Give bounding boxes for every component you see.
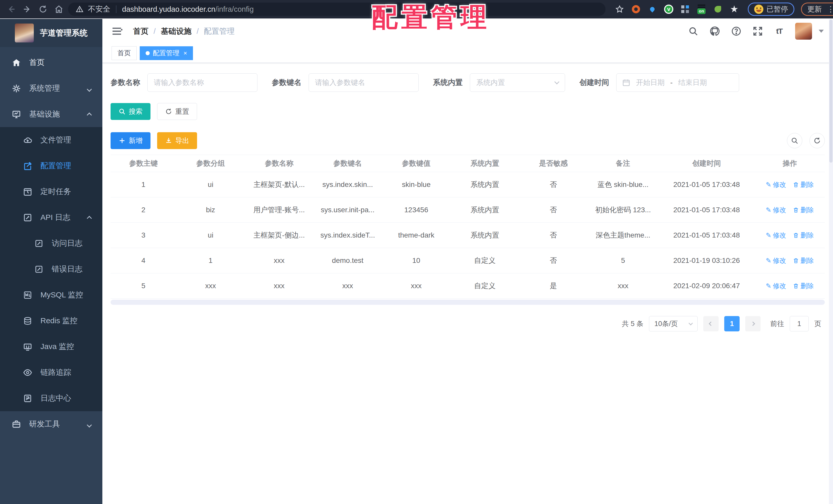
reset-button[interactable]: 重置 — [157, 103, 197, 120]
horizontal-scrollbar[interactable] — [111, 300, 825, 305]
page-size-select[interactable]: 10条/页 — [649, 316, 698, 331]
sidebar-item-home[interactable]: 首页 — [0, 50, 102, 75]
delete-link[interactable]: 删除 — [793, 180, 814, 189]
sidebar-item-config[interactable]: 配置管理 — [0, 153, 102, 179]
mysql-icon — [23, 290, 33, 300]
export-button[interactable]: 导出 — [157, 132, 197, 149]
bookmark-star-icon[interactable] — [615, 4, 624, 14]
font-size-icon[interactable]: tT — [774, 26, 785, 37]
date-end-placeholder: 结束日期 — [678, 78, 707, 87]
vertical-scrollbar[interactable] — [829, 20, 833, 504]
edit-link[interactable]: ✎修改 — [766, 256, 786, 265]
toggle-search-button[interactable] — [787, 133, 802, 148]
user-avatar[interactable] — [795, 23, 812, 40]
edit-link[interactable]: ✎修改 — [766, 180, 786, 189]
scrollbar-thumb[interactable] — [829, 20, 832, 162]
help-icon[interactable] — [731, 26, 742, 37]
extension-leaf-icon[interactable] — [713, 4, 723, 14]
action-toolbar: 新增 导出 — [111, 132, 825, 149]
date-range-picker[interactable]: 开始日期 - 结束日期 — [616, 73, 739, 92]
builtin-select[interactable]: 系统内置 — [470, 73, 565, 92]
app-logo-area[interactable]: 芋道管理系统 — [0, 19, 102, 47]
home-nav-icon[interactable] — [52, 3, 66, 16]
fullscreen-icon[interactable] — [752, 26, 763, 37]
sidebar-item-error-log[interactable]: 错误日志 — [0, 256, 102, 282]
sidebar-item-dev-tools[interactable]: 研发工具 — [0, 411, 102, 437]
prev-page-button[interactable] — [703, 316, 719, 331]
edit-icon: ✎ — [766, 231, 771, 240]
sidebar-item-log-center[interactable]: 日志中心 — [0, 385, 102, 411]
sidebar-item-redis[interactable]: Redis 监控 — [0, 308, 102, 334]
app-logo-avatar — [15, 24, 34, 43]
delete-link[interactable]: 删除 — [793, 281, 814, 291]
table-row: 1 ui 主框架页-默认... sys.index.skin... skin-b… — [111, 172, 825, 197]
filter-form: 参数名称 参数键名 系统内置 系统内置 创建时间 — [111, 73, 825, 92]
edit-icon: ✎ — [766, 257, 771, 264]
sidebar-item-trace[interactable]: 链路追踪 — [0, 359, 102, 385]
extension-puzzle-icon[interactable] — [729, 4, 739, 14]
java-monitor-icon — [23, 342, 33, 352]
sidebar-item-job[interactable]: 定时任务 — [0, 179, 102, 205]
briefcase-icon — [11, 419, 22, 429]
edit-link[interactable]: ✎修改 — [766, 231, 786, 240]
extension-donut-icon[interactable] — [631, 4, 641, 14]
sidebar-item-mysql[interactable]: MySQL 监控 — [0, 282, 102, 308]
table-row: 4 1 xxx demo.test 10 自定义 否 5 2021-01-19 … — [111, 248, 825, 273]
address-bar[interactable]: 不安全 dashboard.yudao.iocoder.cn/infra/con… — [68, 3, 605, 16]
api-log-icon — [23, 212, 33, 223]
reload-icon[interactable] — [36, 3, 50, 16]
extension-on-badge-icon[interactable]: on — [697, 4, 706, 14]
next-page-button[interactable] — [745, 316, 761, 331]
edit-link[interactable]: ✎修改 — [766, 281, 786, 291]
breadcrumb-infra[interactable]: 基础设施 — [161, 26, 191, 36]
url-text[interactable]: dashboard.yudao.iocoder.cn/infra/config — [122, 5, 254, 14]
delete-link[interactable]: 删除 — [793, 206, 814, 215]
sidebar-item-file[interactable]: 文件管理 — [0, 127, 102, 153]
edit-icon: ✎ — [766, 181, 771, 189]
browser-menu-icon[interactable]: ⋮ — [827, 7, 833, 11]
sidebar-item-api-log[interactable]: API 日志 — [0, 205, 102, 230]
page-number-1[interactable]: 1 — [724, 316, 740, 331]
trash-icon — [793, 283, 799, 289]
extension-pin-icon[interactable] — [647, 4, 657, 14]
back-icon[interactable] — [5, 3, 18, 16]
edit-icon: ✎ — [766, 206, 771, 214]
chevron-up-icon — [88, 110, 91, 119]
hamburger-icon[interactable] — [112, 26, 123, 36]
log-notebook-icon — [23, 393, 33, 404]
delete-link[interactable]: 删除 — [793, 256, 814, 265]
extension-check-icon[interactable]: v — [664, 4, 673, 14]
sidebar-item-infra[interactable]: 基础设施 — [0, 101, 102, 127]
delete-link[interactable]: 删除 — [793, 231, 814, 240]
home-icon — [11, 57, 22, 68]
paused-badge[interactable]: 已暂停 — [748, 3, 794, 16]
builtin-label: 系统内置 — [433, 77, 463, 88]
chevron-down-icon — [88, 84, 91, 93]
page-content: 参数名称 参数键名 系统内置 系统内置 创建时间 — [102, 73, 833, 331]
search-button[interactable]: 搜索 — [111, 103, 150, 120]
avatar-caret-icon[interactable] — [819, 30, 824, 33]
security-label[interactable]: 不安全 — [88, 4, 110, 14]
tab-home[interactable]: 首页 — [112, 46, 137, 60]
refresh-button[interactable] — [809, 133, 825, 148]
add-button[interactable]: 新增 — [111, 132, 150, 149]
search-icon[interactable] — [688, 26, 699, 37]
sidebar-item-java[interactable]: Java 监控 — [0, 334, 102, 359]
breadcrumb-home[interactable]: 首页 — [133, 26, 148, 36]
forward-icon[interactable] — [21, 3, 34, 16]
sidebar-item-access-log[interactable]: 访问日志 — [0, 230, 102, 256]
tab-close-icon[interactable]: × — [184, 50, 187, 57]
tab-config[interactable]: 配置管理 × — [140, 46, 193, 60]
trash-icon — [793, 257, 799, 263]
param-name-input[interactable] — [147, 73, 258, 92]
access-log-icon — [34, 238, 44, 249]
param-key-input[interactable] — [309, 73, 419, 92]
cloud-icon — [23, 135, 33, 145]
extension-grid-icon[interactable] — [680, 4, 690, 14]
goto-page-input[interactable] — [790, 316, 809, 331]
sidebar-item-system[interactable]: 系统管理 — [0, 75, 102, 101]
edit-link[interactable]: ✎修改 — [766, 206, 786, 215]
github-icon[interactable] — [709, 26, 720, 37]
update-button[interactable]: 更新 ⋮ — [801, 3, 833, 16]
header-actions: tT — [688, 23, 824, 40]
